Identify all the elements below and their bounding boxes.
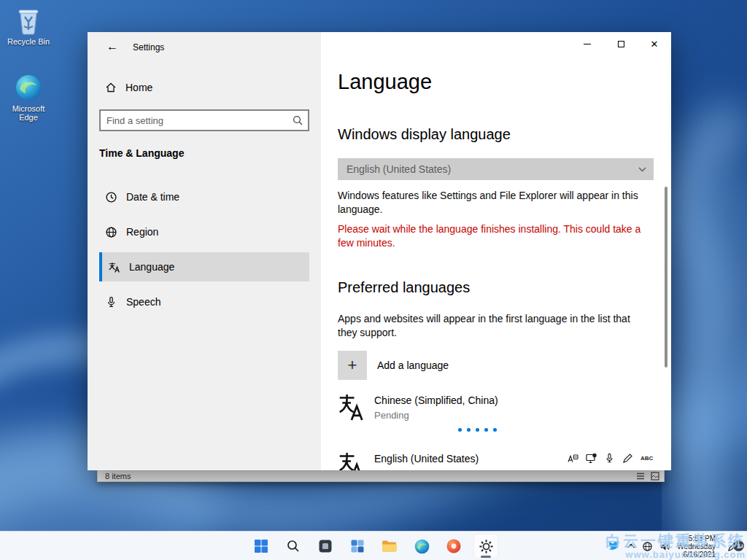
sidebar-item-speech[interactable]: Speech xyxy=(99,287,309,316)
search-icon xyxy=(292,114,303,126)
sidebar-item-language[interactable]: Language xyxy=(99,252,309,281)
edge-button[interactable] xyxy=(409,534,434,559)
vertical-scrollbar[interactable] xyxy=(665,187,667,368)
minimize-button[interactable] xyxy=(570,32,604,56)
windows-logo-icon xyxy=(253,538,269,554)
globe-icon xyxy=(105,226,117,238)
home-label: Home xyxy=(125,82,152,93)
microphone-icon xyxy=(105,296,117,308)
language-name: Chinese (Simplified, China) xyxy=(374,392,498,407)
taskbar-center-icons xyxy=(249,532,498,560)
clock-day: Wednesday xyxy=(677,542,716,551)
gear-icon xyxy=(479,539,494,554)
back-arrow-icon: ← xyxy=(107,40,118,53)
recycle-bin-icon xyxy=(15,6,42,35)
task-view-button[interactable] xyxy=(313,534,338,559)
add-language-button[interactable]: + Add a language xyxy=(338,351,449,380)
taskbar: 5:53 PM Wednesday 6/16/2021 2 xyxy=(0,531,747,560)
sidebar-item-label: Language xyxy=(129,261,174,273)
basic-typing-icon: ABC xyxy=(640,455,653,462)
sidebar-section-header: Time & Language xyxy=(99,147,184,159)
home-icon xyxy=(105,82,117,93)
window-title: Settings xyxy=(133,42,164,52)
language-glyph-icon xyxy=(338,451,364,470)
preferred-languages-description: Apps and websites will appear in the fir… xyxy=(338,312,647,340)
task-view-icon xyxy=(317,538,333,554)
edge-icon xyxy=(14,73,43,102)
settings-window: ← Settings Home Time & Language xyxy=(88,32,671,470)
language-name: English (United States) xyxy=(374,451,479,465)
notification-count-badge: 2 xyxy=(733,540,744,551)
desktop-icon-label: Recycle Bin xyxy=(7,37,50,46)
sidebar-item-label: Speech xyxy=(126,296,160,308)
plus-icon: + xyxy=(338,351,367,380)
sidebar-item-region[interactable]: Region xyxy=(99,217,309,246)
desktop: Recycle Bin Microsoft Edge 8 items xyxy=(0,0,747,560)
pinned-app-button[interactable] xyxy=(441,534,466,559)
widgets-button[interactable] xyxy=(345,534,370,559)
folder-icon xyxy=(381,537,398,555)
edge-icon xyxy=(414,538,430,555)
widgets-icon xyxy=(349,538,365,554)
network-icon[interactable] xyxy=(642,541,653,552)
taskbar-clock[interactable]: 5:53 PM Wednesday 6/16/2021 xyxy=(677,534,716,559)
add-language-label: Add a language xyxy=(377,359,449,371)
display-language-heading: Windows display language xyxy=(338,126,511,143)
preferred-languages-heading: Preferred languages xyxy=(338,279,470,296)
desktop-icon-microsoft-edge[interactable]: Microsoft Edge xyxy=(4,73,53,122)
language-glyph-icon xyxy=(338,392,364,421)
chevron-down-icon xyxy=(638,167,646,172)
sidebar-item-date-time[interactable]: Date & time xyxy=(99,182,309,211)
language-icon xyxy=(108,261,120,273)
file-explorer-button[interactable] xyxy=(377,534,402,559)
red-app-icon xyxy=(446,538,462,554)
sidebar-item-label: Date & time xyxy=(126,191,179,203)
settings-search-box xyxy=(99,109,309,131)
dropdown-value: English (United States) xyxy=(347,163,451,175)
minimize-icon xyxy=(584,44,591,44)
twitter-icon[interactable] xyxy=(607,540,620,552)
language-status: Pending xyxy=(374,410,498,421)
notification-center-button[interactable]: 2 xyxy=(722,536,743,556)
close-button[interactable]: ✕ xyxy=(638,32,671,56)
clock-icon xyxy=(105,191,117,203)
installing-progress-dots xyxy=(458,428,497,432)
display-language-description: Windows features like Settings and File … xyxy=(338,189,647,217)
maximize-icon xyxy=(618,41,624,47)
search-icon xyxy=(286,539,301,553)
speech-icon xyxy=(604,453,615,464)
desktop-icon-label: Microsoft Edge xyxy=(4,104,53,122)
taskbar-tray: 5:53 PM Wednesday 6/16/2021 2 xyxy=(607,532,743,560)
language-feature-icons: ABC xyxy=(568,453,653,464)
details-view-icon[interactable] xyxy=(636,472,645,481)
display-language-icon xyxy=(586,453,597,464)
search-input[interactable] xyxy=(101,111,308,130)
clock-time: 5:53 PM xyxy=(677,534,716,542)
sidebar-item-label: Region xyxy=(126,226,158,238)
hidden-icons-chevron[interactable] xyxy=(627,543,635,549)
back-button[interactable]: ← xyxy=(99,36,125,57)
file-explorer-status-bar: 8 items xyxy=(97,470,665,482)
installing-warning-text: Please wait while the language finishes … xyxy=(338,222,647,250)
explorer-items-count: 8 items xyxy=(105,472,131,481)
page-title: Language xyxy=(338,70,432,94)
handwriting-icon xyxy=(622,453,633,464)
start-button[interactable] xyxy=(249,534,274,559)
settings-taskbar-button[interactable] xyxy=(473,534,498,559)
language-pack-icon xyxy=(568,453,578,464)
language-item-chinese[interactable]: Chinese (Simplified, China) Pending xyxy=(338,392,498,421)
settings-main-pane: ✕ Language Windows display language Engl… xyxy=(321,32,671,470)
maximize-button[interactable] xyxy=(604,32,638,56)
desktop-icon-recycle-bin[interactable]: Recycle Bin xyxy=(4,6,53,46)
display-language-dropdown[interactable]: English (United States) xyxy=(338,158,654,180)
close-icon: ✕ xyxy=(651,39,659,50)
thumbnail-view-icon[interactable] xyxy=(651,472,659,481)
settings-sidebar: ← Settings Home Time & Language xyxy=(88,32,321,470)
taskbar-search-button[interactable] xyxy=(281,534,306,559)
sidebar-item-home[interactable]: Home xyxy=(99,73,309,102)
clock-date: 6/16/2021 xyxy=(677,551,716,559)
window-controls: ✕ xyxy=(570,32,671,56)
language-item-english[interactable]: English (United States) xyxy=(338,451,479,470)
volume-icon[interactable] xyxy=(659,541,670,552)
